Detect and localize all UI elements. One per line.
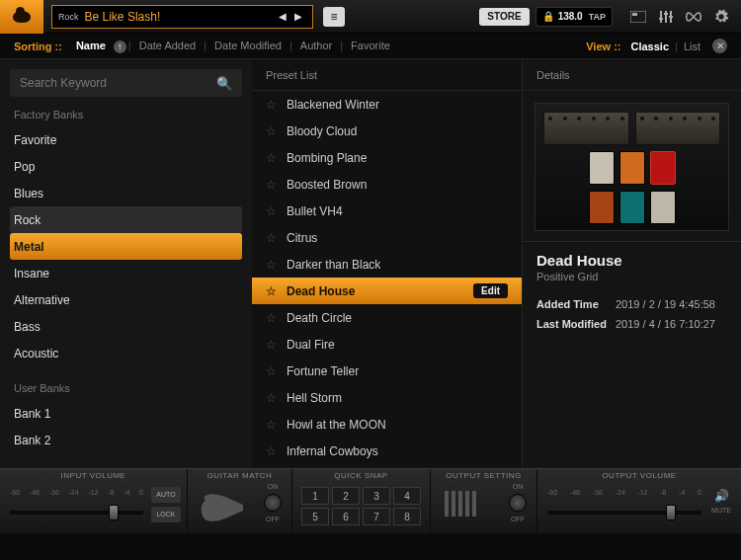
preset-display[interactable]: Rock Be Like Slash! ◀ ▶: [51, 5, 313, 29]
quick-snap-2[interactable]: 2: [332, 487, 360, 505]
svg-rect-5: [659, 18, 663, 20]
auto-button[interactable]: AUTO: [151, 487, 181, 503]
details-preset-name: Dead House: [523, 252, 741, 269]
favorite-star-icon[interactable]: ☆: [266, 418, 277, 432]
guitar-icon[interactable]: [200, 491, 247, 524]
quick-snap-label: QUICK SNAP: [292, 471, 430, 480]
preset-item[interactable]: ☆Darker than Black: [252, 251, 522, 278]
preset-item[interactable]: ☆Infernal Cowboys: [252, 438, 522, 464]
sort-name[interactable]: Name: [70, 40, 112, 51]
output-volume-slider[interactable]: [547, 511, 701, 515]
quick-snap-1[interactable]: 1: [301, 487, 329, 505]
favorite-star-icon[interactable]: ☆: [266, 231, 277, 245]
close-browser-button[interactable]: ✕: [712, 39, 727, 53]
quick-snap-7[interactable]: 7: [363, 508, 390, 525]
sidebar: Search Keyword 🔍 Factory Banks FavoriteP…: [0, 59, 252, 468]
favorite-star-icon[interactable]: ☆: [266, 311, 277, 325]
preset-item[interactable]: ☆Dual Fire: [252, 331, 522, 358]
bank-item-bank-1[interactable]: Bank 1: [10, 400, 242, 427]
bank-item-blues[interactable]: Blues: [10, 180, 242, 206]
bank-item-acoustic[interactable]: Acoustic: [10, 340, 242, 366]
output-setting-section: OUTPUT SETTING ON OFF: [431, 469, 537, 533]
input-volume-slider[interactable]: [10, 511, 143, 515]
view-list[interactable]: List: [680, 40, 704, 52]
input-volume-thumb[interactable]: [109, 505, 119, 520]
next-preset-button[interactable]: ▶: [290, 11, 306, 22]
preset-item[interactable]: ☆Hell Storm: [252, 384, 522, 411]
output-setting-toggle[interactable]: [509, 494, 527, 512]
factory-banks-title: Factory Banks: [14, 109, 242, 120]
favorite-star-icon[interactable]: ☆: [266, 151, 277, 165]
search-input[interactable]: Search Keyword 🔍: [10, 69, 242, 97]
quick-snap-8[interactable]: 8: [393, 508, 421, 525]
svg-rect-7: [669, 16, 673, 18]
lock-button[interactable]: LOCK: [151, 507, 181, 522]
details-header: Details: [523, 59, 741, 91]
favorite-star-icon[interactable]: ☆: [266, 444, 277, 458]
mixer-icon[interactable]: [652, 6, 680, 28]
amp-head: [635, 112, 721, 145]
sort-author[interactable]: Author: [294, 40, 338, 51]
preset-item[interactable]: ☆Bloody Cloud: [252, 118, 522, 144]
view-label: View ::: [586, 40, 620, 52]
bank-item-metal[interactable]: Metal: [10, 233, 242, 260]
gear-icon[interactable]: [707, 6, 735, 28]
bank-item-rock[interactable]: Rock: [10, 206, 242, 233]
speaker-icon[interactable]: 🔊: [714, 489, 729, 503]
bank-item-bank-2[interactable]: Bank 2: [10, 427, 242, 453]
sort-date-added[interactable]: Date Added: [133, 40, 203, 51]
pedal: [589, 151, 615, 185]
tempo-box[interactable]: 🔒 138.0 TAP: [535, 7, 613, 27]
store-button[interactable]: STORE: [479, 8, 529, 26]
favorite-star-icon[interactable]: ☆: [266, 364, 277, 378]
bank-item-insane[interactable]: Insane: [10, 260, 242, 286]
infinity-icon[interactable]: [680, 6, 707, 28]
prev-preset-button[interactable]: ◀: [275, 11, 290, 22]
cloud-button[interactable]: [0, 0, 43, 34]
preset-menu-button[interactable]: ≡: [323, 7, 345, 27]
bank-item-alternative[interactable]: Alternative: [10, 286, 242, 313]
sort-direction-icon[interactable]: ↑: [114, 40, 126, 53]
bank-item-bass[interactable]: Bass: [10, 313, 242, 340]
favorite-star-icon[interactable]: ☆: [266, 98, 277, 112]
sort-favorite[interactable]: Favorite: [345, 40, 396, 51]
pedal: [650, 191, 676, 224]
bank-item-pop[interactable]: Pop: [10, 153, 242, 180]
bank-item-favorite[interactable]: Favorite: [10, 126, 242, 153]
preset-item[interactable]: ☆Dead HouseEdit: [252, 278, 522, 304]
preset-item[interactable]: ☆Fortune Teller: [252, 358, 522, 384]
preset-item[interactable]: ☆Citrus: [252, 224, 522, 251]
tap-label[interactable]: TAP: [589, 12, 606, 22]
edit-button[interactable]: Edit: [473, 283, 508, 298]
preset-item[interactable]: ☆Bullet VH4: [252, 198, 522, 224]
preset-item-label: Bullet VH4: [287, 204, 508, 218]
guitar-match-toggle[interactable]: [264, 494, 282, 512]
output-setting-eq[interactable]: [445, 491, 476, 517]
favorite-star-icon[interactable]: ☆: [266, 391, 277, 405]
pedal: [619, 151, 645, 185]
output-volume-thumb[interactable]: [666, 505, 676, 520]
favorite-star-icon[interactable]: ☆: [266, 204, 277, 218]
view-classic[interactable]: Classic: [626, 40, 673, 52]
panel-icon[interactable]: [624, 6, 652, 28]
favorite-star-icon[interactable]: ☆: [266, 258, 277, 272]
preset-item-label: Darker than Black: [287, 258, 508, 272]
sort-date-modified[interactable]: Date Modified: [208, 40, 288, 51]
pedal: [650, 151, 676, 185]
preset-item[interactable]: ☆Howl at the MOON: [252, 411, 522, 438]
preset-item[interactable]: ☆Blackened Winter: [252, 91, 522, 118]
quick-snap-5[interactable]: 5: [301, 508, 329, 525]
preset-item[interactable]: ☆Boosted Brown: [252, 171, 522, 198]
svg-rect-2: [660, 11, 662, 23]
preset-item[interactable]: ☆Bombing Plane: [252, 144, 522, 171]
quick-snap-4[interactable]: 4: [393, 487, 421, 505]
preset-list-column: Preset List ☆Blackened Winter☆Bloody Clo…: [252, 59, 522, 468]
favorite-star-icon[interactable]: ☆: [266, 124, 277, 138]
favorite-star-icon[interactable]: ☆: [266, 284, 277, 298]
preset-name: Be Like Slash!: [85, 10, 275, 24]
quick-snap-3[interactable]: 3: [363, 487, 390, 505]
preset-item[interactable]: ☆Death Circle: [252, 304, 522, 331]
favorite-star-icon[interactable]: ☆: [266, 178, 277, 192]
favorite-star-icon[interactable]: ☆: [266, 338, 277, 352]
quick-snap-6[interactable]: 6: [332, 508, 360, 525]
